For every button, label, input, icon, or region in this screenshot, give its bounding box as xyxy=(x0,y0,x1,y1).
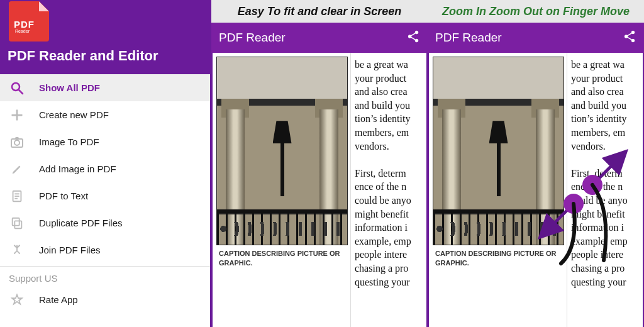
menu-item-pdf-to-text[interactable]: PDF to Text xyxy=(0,182,210,209)
menu-item-add-image-in-pdf[interactable]: Add Image in PDF xyxy=(0,155,210,182)
menu-item-rate-app[interactable]: Rate App xyxy=(0,286,210,313)
doc-icon xyxy=(9,188,25,204)
menu-item-label: Add Image in PDF xyxy=(39,164,116,174)
document-text: be a great wa your product and also crea… xyxy=(351,53,426,327)
menu-item-label: PDF to Text xyxy=(39,191,88,201)
drawer-title: PDF Reader and Editor xyxy=(8,47,203,65)
plus-icon xyxy=(9,107,25,123)
logo-text: PDF xyxy=(14,19,35,30)
star-icon xyxy=(9,292,25,308)
camera-icon xyxy=(9,134,25,150)
app-logo: PDF Reader xyxy=(9,1,49,42)
app-drawer-panel: PDF Reader PDF Reader and Editor Show Al… xyxy=(0,0,211,327)
svg-line-1 xyxy=(19,90,23,94)
screenshot-panel-fit: Easy To fit and clear in Screen PDF Read… xyxy=(211,0,428,327)
drawer-header: PDF Reader PDF Reader and Editor xyxy=(0,0,210,74)
image-caption: Caption describing picture or graphic. xyxy=(216,245,348,272)
svg-point-3 xyxy=(14,140,19,145)
merge-icon xyxy=(9,242,25,258)
share-icon[interactable] xyxy=(406,30,420,47)
reader-appbar: PDF Reader xyxy=(428,23,644,53)
image-caption: Caption describing picture or graphic. xyxy=(433,245,564,272)
section-label: Support US xyxy=(0,266,210,286)
panel-caption: Zoom In Zoom Out on Finger Move xyxy=(428,0,644,23)
screenshot-panel-zoom: Zoom In Zoom Out on Finger Move PDF Read… xyxy=(428,0,644,327)
menu-item-label: Join PDF Files xyxy=(39,245,101,255)
drawer-menu: Show All PDFCreate new PDFImage To PDFAd… xyxy=(0,74,210,327)
menu-item-duplicate-pdf-files[interactable]: Duplicate PDF Files xyxy=(0,209,210,236)
menu-item-show-all-pdf[interactable]: Show All PDF xyxy=(0,74,210,101)
menu-item-image-to-pdf[interactable]: Image To PDF xyxy=(0,128,210,155)
svg-rect-8 xyxy=(14,221,21,228)
reader-body[interactable]: Caption describing picture or graphic. b… xyxy=(429,53,643,327)
document-text: be a great wa your product and also crea… xyxy=(567,53,643,327)
pen-icon xyxy=(9,161,25,177)
menu-item-create-new-pdf[interactable]: Create new PDF xyxy=(0,101,210,128)
svg-rect-9 xyxy=(13,218,19,225)
appbar-title: PDF Reader xyxy=(219,31,286,45)
menu-item-label: Rate App xyxy=(39,294,78,305)
picture-column: Caption describing picture or graphic. xyxy=(429,53,567,327)
copy-icon xyxy=(9,215,25,231)
panel-caption: Easy To fit and clear in Screen xyxy=(211,0,428,23)
menu-item-join-pdf-files[interactable]: Join PDF Files xyxy=(0,236,210,263)
menu-item-label: Show All PDF xyxy=(39,82,100,93)
document-image xyxy=(433,57,564,245)
menu-item-label: Duplicate PDF Files xyxy=(39,218,123,228)
search-icon xyxy=(9,80,25,96)
document-image xyxy=(216,57,348,245)
menu-item-label: Create new PDF xyxy=(39,109,109,120)
share-icon[interactable] xyxy=(623,30,636,47)
menu-item-label: Image To PDF xyxy=(39,136,99,147)
picture-column: Caption describing picture or graphic. xyxy=(213,53,351,327)
logo-subtext: Reader xyxy=(15,29,30,33)
appbar-title: PDF Reader xyxy=(435,31,502,45)
reader-appbar: PDF Reader xyxy=(211,23,428,53)
reader-body[interactable]: Caption describing picture or graphic. b… xyxy=(213,53,426,327)
